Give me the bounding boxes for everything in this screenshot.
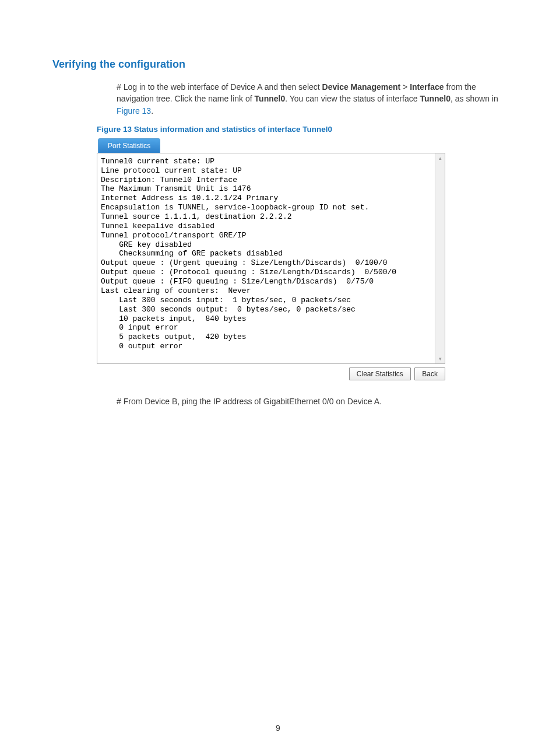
statistics-text: Tunnel0 current state: UP Line protocol … (101, 157, 441, 351)
text: # Log in to the web interface of Device … (117, 82, 322, 92)
section-heading: Verifying the configuration (52, 58, 504, 71)
bold-device-management: Device Management (322, 82, 401, 92)
statistics-panel: Tunnel0 current state: UP Line protocol … (97, 153, 445, 364)
text: . (151, 106, 153, 116)
text: , as shown in (451, 94, 498, 103)
paragraph-1: # Log in to the web interface of Device … (117, 81, 504, 117)
scrollbar[interactable]: ▴ ▾ (435, 153, 445, 363)
figure-caption: Figure 13 Status information and statist… (97, 125, 504, 134)
tab-port-statistics[interactable]: Port Statistics (98, 138, 160, 153)
text: . You can view the status of interface (285, 94, 420, 103)
paragraph-2: # From Device B, ping the IP address of … (117, 397, 504, 406)
clear-statistics-button[interactable]: Clear Statistics (349, 368, 411, 380)
figure-link[interactable]: Figure 13 (117, 106, 151, 116)
bold-tunnel0-2: Tunnel0 (420, 94, 451, 103)
figure-port-statistics: Port Statistics Tunnel0 current state: U… (97, 138, 445, 380)
bold-interface: Interface (410, 82, 444, 92)
back-button[interactable]: Back (414, 368, 445, 380)
scroll-down-icon[interactable]: ▾ (435, 354, 445, 363)
page-number: 9 (0, 723, 556, 733)
bold-tunnel0: Tunnel0 (255, 94, 286, 103)
text: > (400, 82, 410, 92)
scroll-up-icon[interactable]: ▴ (435, 153, 445, 163)
